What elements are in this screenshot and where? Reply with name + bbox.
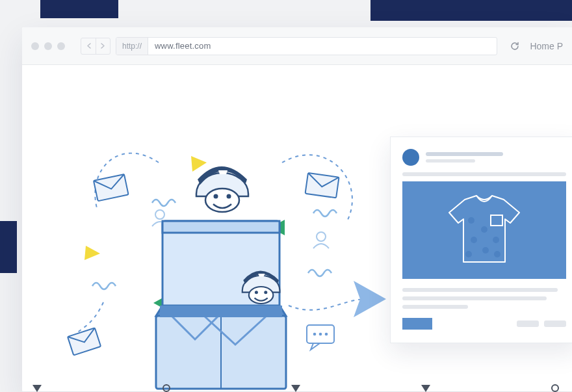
circle-marker-icon [551, 384, 559, 392]
browser-chrome: http:// www.fleet.com Home P [22, 27, 572, 65]
svg-point-16 [214, 194, 218, 199]
svg-point-7 [313, 333, 317, 336]
tshirt-icon [445, 194, 523, 266]
cta-button[interactable] [402, 318, 432, 330]
placeholder-line [402, 172, 566, 176]
svg-point-9 [325, 333, 328, 336]
svg-point-24 [493, 237, 499, 243]
svg-rect-10 [162, 221, 280, 312]
svg-point-27 [494, 251, 500, 257]
reload-button[interactable] [509, 40, 521, 52]
svg-point-23 [481, 226, 488, 233]
svg-point-18 [249, 287, 273, 304]
url-scheme-label: http:// [116, 38, 148, 55]
placeholder-line [426, 159, 475, 163]
svg-point-28 [465, 251, 472, 257]
triangle-marker-icon [32, 385, 42, 392]
placeholder-line [402, 296, 547, 300]
traffic-dot-minimize[interactable] [44, 42, 52, 50]
svg-point-19 [255, 291, 258, 294]
nav-back-button[interactable] [81, 38, 96, 54]
svg-rect-0 [94, 174, 129, 201]
triangle-marker-icon [291, 385, 300, 392]
svg-rect-6 [307, 325, 334, 343]
svg-rect-1 [306, 173, 339, 198]
svg-point-26 [482, 247, 489, 254]
svg-point-22 [468, 217, 474, 224]
marketing-illustration [48, 111, 386, 390]
bottom-indicator-row [32, 380, 559, 392]
nav-forward-button[interactable] [96, 38, 110, 54]
browser-viewport [22, 65, 572, 391]
svg-rect-14 [160, 306, 282, 317]
chevron-left-icon [86, 43, 91, 49]
svg-point-15 [205, 189, 239, 212]
svg-point-3 [155, 210, 164, 219]
decorative-bar-top-right [370, 0, 572, 21]
reload-icon [510, 41, 520, 51]
chevron-right-icon [101, 43, 105, 49]
placeholder-line [426, 152, 503, 156]
svg-rect-21 [491, 215, 502, 226]
placeholder-line [402, 305, 468, 309]
decorative-bar-top-left [40, 0, 118, 18]
window-traffic-lights [31, 42, 65, 50]
triangle-marker-icon [421, 385, 430, 392]
post-image [402, 181, 566, 279]
address-bar[interactable]: http:// www.fleet.com [116, 37, 497, 55]
decorative-bar-left [0, 221, 17, 273]
svg-rect-2 [68, 328, 101, 355]
url-text: www.fleet.com [148, 41, 217, 51]
placeholder-line [544, 320, 566, 327]
svg-point-5 [174, 276, 183, 285]
nav-arrow-group [81, 38, 110, 55]
svg-rect-12 [156, 316, 286, 389]
svg-point-8 [319, 333, 322, 336]
avatar [402, 149, 419, 166]
svg-rect-11 [162, 221, 280, 233]
traffic-dot-close[interactable] [31, 42, 39, 50]
svg-point-4 [317, 232, 326, 241]
svg-point-17 [227, 194, 231, 199]
circle-marker-icon [162, 384, 170, 392]
placeholder-line [517, 320, 539, 327]
svg-point-25 [471, 237, 477, 243]
social-post-card [390, 137, 572, 343]
placeholder-line [402, 288, 558, 292]
browser-window: http:// www.fleet.com Home P [22, 27, 572, 391]
traffic-dot-zoom[interactable] [57, 42, 65, 50]
home-page-link[interactable]: Home P [530, 41, 563, 51]
svg-point-20 [264, 291, 267, 294]
